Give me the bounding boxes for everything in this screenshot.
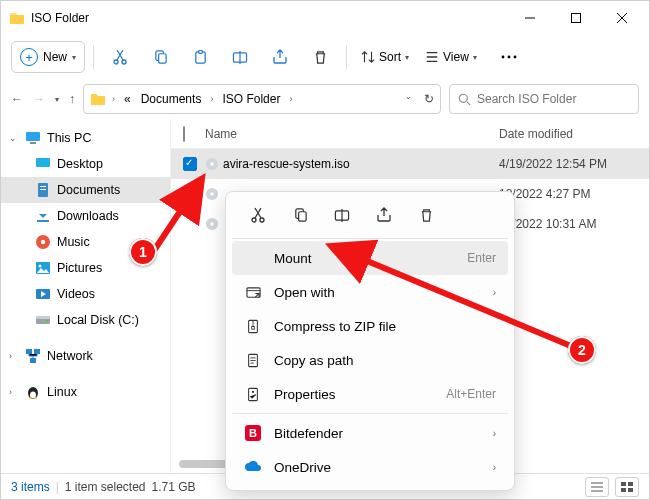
file-explorer-window: ISO Folder + New ▾ Sort ▾ View ▾ [0, 0, 650, 500]
file-row[interactable]: avira-rescue-system.iso 4/19/2022 12:54 … [171, 149, 649, 179]
history-dropdown[interactable]: ▾ [55, 95, 59, 104]
column-name[interactable]: Name [205, 127, 499, 141]
icons-layout-button[interactable] [615, 477, 639, 497]
cut-button[interactable] [102, 41, 138, 73]
pictures-icon [35, 260, 51, 276]
iso-icon [205, 187, 223, 201]
chevron-down-icon[interactable]: ⌄ [9, 133, 19, 143]
sidebar-linux[interactable]: ›Linux [1, 379, 170, 405]
share-button[interactable] [262, 41, 298, 73]
network-icon [25, 348, 41, 364]
downloads-icon [35, 208, 51, 224]
ctx-compress[interactable]: Compress to ZIP file [232, 309, 508, 343]
delete-button[interactable] [302, 41, 338, 73]
sidebar-network[interactable]: ›Network [1, 343, 170, 369]
svg-rect-27 [26, 349, 32, 354]
svg-rect-14 [36, 158, 50, 167]
svg-rect-0 [572, 14, 581, 23]
chevron-right-icon: › [493, 462, 496, 473]
svg-point-9 [507, 56, 510, 59]
onedrive-icon [244, 461, 262, 473]
breadcrumb-folder[interactable]: ISO Folder [219, 92, 283, 106]
svg-point-42 [252, 218, 256, 222]
svg-point-11 [459, 94, 467, 102]
ctx-bitdefender[interactable]: B Bitdefender › [232, 416, 508, 450]
ctx-rename-button[interactable] [322, 200, 362, 230]
chevron-down-icon[interactable]: ⌄ [405, 92, 412, 106]
sidebar-desktop[interactable]: Desktop [1, 151, 170, 177]
sidebar-videos[interactable]: Videos [1, 281, 170, 307]
minimize-button[interactable] [507, 3, 553, 33]
ctx-share-button[interactable] [364, 200, 404, 230]
paste-button[interactable] [182, 41, 218, 73]
back-button[interactable]: ← [11, 92, 23, 106]
ctx-copy-button[interactable] [280, 200, 320, 230]
sidebar-downloads[interactable]: Downloads [1, 203, 170, 229]
list-icon [425, 50, 439, 64]
sort-button[interactable]: Sort ▾ [355, 41, 415, 73]
sidebar-pictures[interactable]: Pictures [1, 255, 170, 281]
svg-point-37 [210, 222, 214, 226]
ctx-cut-button[interactable] [238, 200, 278, 230]
forward-button[interactable]: → [33, 92, 45, 106]
close-button[interactable] [599, 3, 645, 33]
svg-rect-17 [40, 189, 46, 190]
ctx-onedrive[interactable]: OneDrive › [232, 450, 508, 484]
svg-rect-4 [158, 53, 166, 62]
svg-rect-6 [198, 50, 202, 53]
svg-rect-38 [621, 482, 626, 486]
videos-icon [35, 286, 51, 302]
ctx-delete-button[interactable] [406, 200, 446, 230]
address-bar-row: ← → ▾ ↑ › « Documents › ISO Folder › ⌄ ↻ [1, 79, 649, 119]
view-button[interactable]: View ▾ [419, 41, 483, 73]
row-checkbox[interactable] [183, 157, 197, 171]
sidebar-documents[interactable]: Documents [1, 177, 170, 203]
search-box[interactable] [449, 84, 639, 114]
breadcrumb-documents[interactable]: Documents [138, 92, 205, 106]
column-date[interactable]: Date modified [499, 127, 649, 141]
maximize-button[interactable] [553, 3, 599, 33]
details-layout-button[interactable] [585, 477, 609, 497]
iso-icon [205, 217, 223, 231]
svg-rect-16 [40, 186, 46, 187]
window-title: ISO Folder [31, 11, 507, 25]
ctx-copy-path[interactable]: Copy as path [232, 343, 508, 377]
select-all-checkbox[interactable] [183, 126, 185, 142]
svg-point-8 [501, 56, 504, 59]
folder-icon [9, 10, 25, 26]
sidebar-music[interactable]: Music [1, 229, 170, 255]
chevron-right-icon[interactable]: › [9, 351, 19, 361]
sidebar-this-pc[interactable]: ⌄ This PC [1, 125, 170, 151]
refresh-button[interactable]: ↻ [424, 92, 434, 106]
svg-rect-12 [26, 132, 40, 141]
ctx-mount[interactable]: Mount Enter [232, 241, 508, 275]
ctx-properties[interactable]: Properties Alt+Enter [232, 377, 508, 411]
more-button[interactable] [491, 41, 527, 73]
folder-icon [90, 91, 106, 107]
chevron-right-icon[interactable]: › [9, 387, 19, 397]
svg-rect-51 [249, 388, 258, 400]
ctx-open-with[interactable]: Open with › [232, 275, 508, 309]
chevron-right-icon: › [493, 287, 496, 298]
monitor-icon [25, 130, 41, 146]
breadcrumb-ellipsis[interactable]: « [121, 92, 134, 106]
svg-rect-29 [30, 358, 36, 363]
breadcrumb[interactable]: › « Documents › ISO Folder › ⌄ ↻ [83, 84, 441, 114]
copy-path-icon [244, 353, 262, 368]
status-item-count: 3 items [11, 480, 50, 494]
rename-button[interactable] [222, 41, 258, 73]
svg-rect-45 [298, 211, 306, 220]
sidebar-local-disk[interactable]: Local Disk (C:) [1, 307, 170, 333]
plus-icon: + [20, 48, 38, 66]
search-input[interactable] [477, 92, 630, 106]
chevron-right-icon: › [493, 428, 496, 439]
up-button[interactable]: ↑ [69, 92, 75, 106]
copy-button[interactable] [142, 41, 178, 73]
svg-point-43 [260, 218, 264, 222]
svg-rect-49 [252, 326, 255, 329]
toolbar: + New ▾ Sort ▾ View ▾ [1, 35, 649, 79]
svg-point-1 [114, 60, 118, 64]
new-button[interactable]: + New ▾ [11, 41, 85, 73]
column-headers: Name Date modified [171, 119, 649, 149]
svg-point-26 [46, 320, 48, 322]
